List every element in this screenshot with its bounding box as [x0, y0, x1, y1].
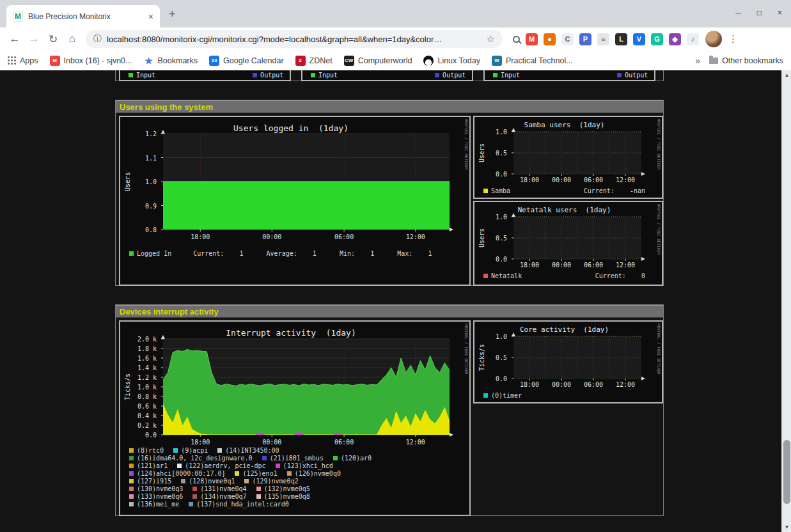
copy-pages-icon[interactable]: C — [561, 33, 574, 45]
playlist-icon[interactable]: ♪ — [687, 33, 699, 45]
network-graph-partial[interactable]: Input Output — [483, 70, 655, 81]
pocket-icon[interactable]: P — [579, 33, 591, 45]
gmail-icon[interactable]: M — [526, 33, 538, 45]
bookmarks-overflow-icon[interactable]: » — [695, 56, 700, 66]
forward-button[interactable]: → — [24, 33, 43, 45]
browser-menu-icon[interactable]: ⋮ — [728, 33, 738, 45]
legend-label: (136)mei_me — [137, 501, 179, 508]
chart-legend-row: (16)idma64.0, i2c_designware.0(21)i801_s… — [129, 455, 381, 462]
legend-label: (133)nvme0q6 — [137, 493, 183, 500]
bookmarks-right-group: » Other bookmarks — [695, 56, 783, 66]
legend-label: (126)nvme0q0 — [295, 470, 341, 477]
legend-color-swatch — [129, 456, 134, 460]
bookmark-item[interactable]: CWComputerworld — [344, 56, 412, 66]
y-tick-label: 1.0 — [474, 129, 507, 136]
grammarly-icon[interactable]: G — [651, 33, 663, 45]
output-legend-swatch — [253, 73, 257, 77]
keep-icon[interactable]: ● — [544, 33, 556, 45]
legend-color-swatch — [276, 464, 280, 468]
interrupt-activity-graph[interactable]: Interrupt activity (1day)Ticks/s2.0 k1.8… — [119, 320, 471, 516]
layers-icon[interactable]: ≡ — [597, 33, 609, 45]
back-button[interactable]: ← — [5, 33, 24, 45]
browser-window: M Blue Precision Monitorix × + ─ □ × ← →… — [0, 0, 791, 532]
legend-color-swatch — [129, 502, 134, 506]
meet-icon[interactable]: V — [633, 33, 645, 45]
scroll-down-arrow[interactable]: ▼ — [782, 522, 791, 532]
tab-close-icon[interactable]: × — [148, 12, 153, 21]
legend-label: (21)i801_smbus — [270, 455, 324, 462]
legend-color-swatch — [256, 494, 261, 499]
bookmark-favicon — [423, 56, 434, 66]
bookmark-item[interactable]: 23Google Calendar — [209, 56, 284, 66]
input-legend: Input — [129, 72, 155, 79]
tab-title: Blue Precision Monitorix — [28, 12, 143, 21]
folder-icon — [709, 58, 718, 64]
chart-legend: (0)timer — [483, 392, 522, 399]
profile-avatar[interactable] — [705, 31, 722, 47]
core-activity-graph[interactable]: Core activity (1day)Ticks/s1.00.50.018:0… — [473, 320, 663, 403]
bookmark-item[interactable]: MInbox (16) - sjvn0... — [50, 56, 132, 66]
netatalk-users-graph[interactable]: Netatalk users (1day)Users1.00.50.018:00… — [473, 201, 663, 286]
input-legend-swatch — [129, 73, 133, 77]
bookmark-label: Bookmarks — [158, 56, 198, 65]
chart-legend-row: (8)rtc0(9)acpi(14)INT3450:00 — [129, 447, 289, 454]
legend-color-swatch — [235, 471, 239, 476]
network-graph-partial[interactable]: Input Output — [301, 70, 473, 81]
page-content: Input Output Input Output Input Output U… — [0, 70, 791, 532]
legend-label: (132)nvme0q5 — [264, 485, 310, 492]
bookmark-star-icon[interactable]: ☆ — [487, 33, 495, 45]
legend-color-swatch — [129, 479, 134, 483]
home-button[interactable]: ⌂ — [63, 33, 82, 45]
bookmark-item[interactable]: Linux Today — [423, 56, 480, 66]
bookmark-favicon: Z — [295, 56, 306, 66]
scroll-up-arrow[interactable]: ▲ — [782, 70, 791, 80]
y-tick-label: 1.1 — [120, 155, 157, 162]
legend-color-swatch — [129, 471, 134, 476]
samba-users-graph[interactable]: Samba users (1day)Users1.00.50.018:0000:… — [473, 116, 663, 199]
url-text[interactable]: localhost:8080/monitorix-cgi/monitorix.c… — [107, 35, 482, 44]
network-graph-partial[interactable]: Input Output — [119, 70, 291, 81]
chart-legend-row: (124)ahci[0000:00:17.0](125)eno1(126)nvm… — [129, 470, 350, 477]
bookmark-item[interactable]: WPractical Technol... — [492, 56, 573, 66]
maximize-button[interactable]: □ — [757, 8, 762, 17]
section-title: Devices interrupt activity — [120, 307, 219, 317]
reload-button[interactable]: ↻ — [43, 33, 63, 46]
legend-color-swatch — [483, 189, 488, 193]
y-tick-label: 0.5 — [474, 235, 507, 242]
search-icon[interactable] — [513, 36, 520, 43]
bookmark-item[interactable]: ★Bookmarks — [144, 56, 198, 66]
lock-extension-icon[interactable]: L — [615, 33, 627, 45]
other-bookmarks[interactable]: Other bookmarks — [709, 56, 783, 65]
legend-label: (121)ar1 — [137, 462, 168, 469]
extension-icon[interactable]: ◆ — [669, 33, 681, 45]
scrollbar-thumb[interactable] — [783, 440, 790, 504]
x-tick-label: 06:00 — [333, 233, 355, 240]
users-logged-in-graph[interactable]: Users logged in (1day)Users1.21.11.00.90… — [119, 116, 471, 286]
minimize-button[interactable]: ─ — [735, 8, 741, 17]
legend-color-swatch — [181, 479, 185, 483]
y-tick-label: 0.2 k — [120, 422, 157, 429]
legend-color-swatch — [129, 448, 134, 453]
vertical-scrollbar[interactable]: ▲ ▼ — [781, 70, 791, 532]
new-tab-button[interactable]: + — [169, 8, 176, 21]
legend-label: (135)nvme0q8 — [264, 493, 310, 500]
window-close-button[interactable]: × — [778, 8, 782, 17]
legend-color-swatch — [287, 471, 292, 476]
legend-color-swatch — [262, 456, 267, 460]
legend-color-swatch — [483, 274, 488, 278]
extension-icons: M●CP≡LVG◆♪ — [513, 33, 699, 45]
address-bar[interactable]: ⓘ localhost:8080/monitorix-cgi/monitorix… — [86, 30, 503, 48]
plot-area — [161, 130, 455, 233]
legend-color-swatch — [256, 487, 261, 491]
browser-tab[interactable]: M Blue Precision Monitorix × — [6, 5, 160, 27]
output-legend-swatch — [435, 73, 439, 77]
y-tick-label: 1.0 k — [120, 384, 157, 391]
bookmark-item[interactable]: ZZDNet — [295, 56, 333, 66]
apps-shortcut[interactable]: Apps — [8, 56, 38, 65]
output-legend-swatch — [617, 73, 622, 77]
output-legend: Output — [617, 72, 648, 79]
legend-stats: Current: -nan — [584, 187, 645, 194]
chart-legend-row: (136)mei_me(137)snd_hda_intel:card0 — [129, 501, 299, 508]
bookmark-label: ZDNet — [309, 56, 333, 65]
page-info-icon[interactable]: ⓘ — [93, 33, 102, 45]
